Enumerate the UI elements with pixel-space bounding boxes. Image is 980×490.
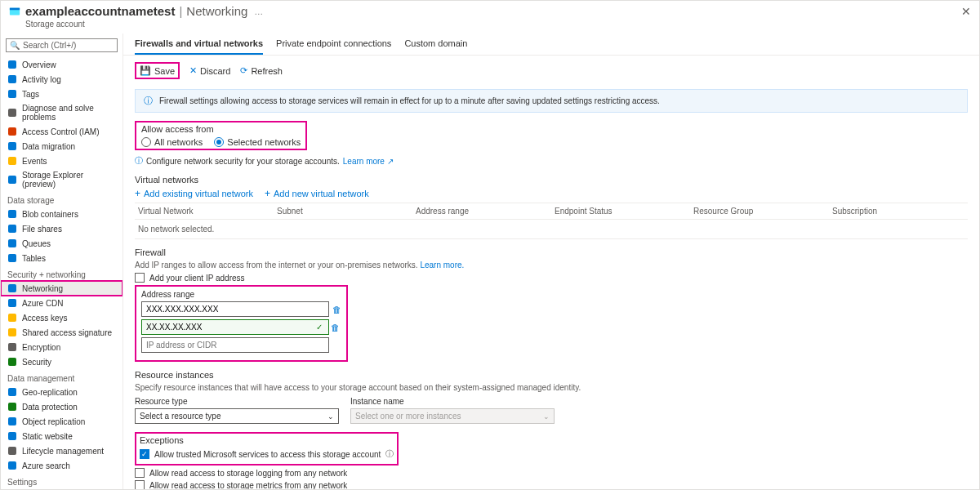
nav-item-icon bbox=[7, 283, 17, 293]
sidebar-item-queues[interactable]: Queues bbox=[1, 236, 122, 251]
add-new-vnet[interactable]: +Add new virtual network bbox=[265, 188, 369, 199]
tab-custom-domain[interactable]: Custom domain bbox=[404, 38, 467, 55]
refresh-button[interactable]: ⟳ Refresh bbox=[240, 65, 283, 76]
svg-rect-1 bbox=[10, 7, 20, 10]
svg-rect-13 bbox=[8, 254, 16, 262]
sidebar-item-storage-explorer-preview-[interactable]: Storage Explorer (preview) bbox=[1, 168, 122, 191]
delete-icon[interactable]: 🗑 bbox=[331, 323, 340, 332]
resource-instances-heading: Resource instances bbox=[135, 370, 968, 380]
radio-selected-networks[interactable]: Selected networks bbox=[214, 137, 301, 147]
sidebar-item-access-keys[interactable]: Access keys bbox=[1, 310, 122, 325]
nav-item-icon bbox=[7, 60, 17, 69]
refresh-icon: ⟳ bbox=[240, 65, 247, 76]
sidebar-item-label: Tags bbox=[22, 90, 39, 99]
sidebar-item-data-protection[interactable]: Data protection bbox=[1, 399, 122, 414]
sidebar-item-diagnose-and-solve-problems[interactable]: Diagnose and solve problems bbox=[1, 101, 122, 124]
nav-item-icon bbox=[7, 431, 17, 441]
sidebar-item-data-migration[interactable]: Data migration bbox=[1, 139, 122, 154]
checkbox-trusted-services[interactable] bbox=[140, 449, 149, 459]
search-placeholder: Search (Ctrl+/) bbox=[23, 41, 76, 50]
ip-input-placeholder[interactable] bbox=[141, 337, 329, 353]
resource-type-label: Resource type bbox=[135, 397, 339, 406]
save-button[interactable]: 💾 Save bbox=[140, 65, 175, 76]
sidebar-item-azure-search[interactable]: Azure search bbox=[1, 458, 122, 473]
sidebar-item-label: Shared access signature bbox=[22, 328, 112, 337]
sidebar-item-azure-cdn[interactable]: Azure CDN bbox=[1, 296, 122, 310]
firewall-learn-more[interactable]: Learn more. bbox=[420, 261, 464, 270]
svg-rect-25 bbox=[8, 461, 16, 470]
sidebar-item-events[interactable]: Events bbox=[1, 154, 122, 168]
sidebar-item-geo-replication[interactable]: Geo-replication bbox=[1, 385, 122, 399]
nav-item-icon bbox=[7, 327, 17, 337]
radio-icon bbox=[141, 137, 151, 147]
sidebar-item-label: Blob containers bbox=[22, 210, 78, 219]
sidebar-search[interactable]: 🔍 Search (Ctrl+/) bbox=[6, 38, 118, 52]
sidebar-item-networking[interactable]: Networking bbox=[1, 281, 122, 296]
svg-rect-17 bbox=[8, 328, 16, 336]
sidebar-item-security[interactable]: Security bbox=[1, 354, 122, 369]
tab-firewalls-and-virtual-networks[interactable]: Firewalls and virtual networks bbox=[135, 38, 263, 55]
nav-item-icon bbox=[7, 156, 17, 166]
close-icon[interactable]: ✕ bbox=[961, 5, 971, 18]
nav-item-icon bbox=[7, 224, 17, 234]
account-name: exampleaccountnametest bbox=[25, 4, 175, 18]
discard-button[interactable]: ✕ Discard bbox=[189, 65, 230, 76]
exception-opt2-label: Allow read access to storage logging fro… bbox=[149, 469, 347, 478]
sidebar-item-access-control-iam-[interactable]: Access Control (IAM) bbox=[1, 124, 122, 139]
radio-all-networks[interactable]: All networks bbox=[141, 137, 203, 147]
vnet-heading: Virtual networks bbox=[135, 175, 968, 185]
nav-item-icon bbox=[7, 74, 17, 84]
nav-item-icon bbox=[7, 175, 17, 185]
sidebar-item-label: Diagnose and solve problems bbox=[22, 104, 116, 122]
ip-input-2[interactable] bbox=[141, 319, 329, 335]
chevron-down-icon: ⌄ bbox=[543, 412, 550, 421]
discard-icon: ✕ bbox=[189, 65, 197, 76]
sidebar-item-activity-log[interactable]: Activity log bbox=[1, 72, 122, 87]
vnet-column-header: Address range bbox=[412, 207, 551, 216]
nav-item-icon bbox=[7, 446, 17, 456]
svg-rect-12 bbox=[8, 239, 16, 247]
nav-item-icon bbox=[7, 89, 17, 99]
learn-more-link[interactable]: Learn more ↗ bbox=[343, 157, 394, 166]
delete-icon[interactable]: 🗑 bbox=[332, 305, 341, 314]
sidebar-item-label: Encryption bbox=[22, 343, 60, 352]
instance-name-select: Select one or more instances ⌄ bbox=[350, 408, 555, 424]
svg-rect-20 bbox=[8, 388, 16, 396]
sidebar-item-lifecycle-management[interactable]: Lifecycle management bbox=[1, 443, 122, 458]
svg-rect-8 bbox=[8, 157, 16, 165]
sidebar-item-label: Networking bbox=[22, 284, 63, 293]
sidebar-item-tags[interactable]: Tags bbox=[1, 87, 122, 101]
info-banner-text: Firewall settings allowing access to sto… bbox=[159, 96, 660, 105]
sidebar-item-file-shares[interactable]: File shares bbox=[1, 221, 122, 236]
info-icon[interactable]: ⓘ bbox=[385, 448, 394, 460]
sidebar-item-configuration[interactable]: Configuration bbox=[1, 488, 122, 489]
sidebar-item-blob-containers[interactable]: Blob containers bbox=[1, 207, 122, 221]
checkbox-add-client-ip[interactable] bbox=[135, 273, 145, 283]
nav-item-icon bbox=[7, 342, 17, 352]
sidebar-item-static-website[interactable]: Static website bbox=[1, 429, 122, 443]
sidebar-item-label: Azure search bbox=[22, 461, 70, 470]
sidebar-item-label: Queues bbox=[22, 239, 51, 248]
nav-item-icon bbox=[7, 108, 17, 118]
resource-type-select[interactable]: Select a resource type ⌄ bbox=[135, 408, 339, 424]
vnet-column-header: Subnet bbox=[274, 207, 412, 216]
ip-input-1[interactable] bbox=[141, 301, 329, 317]
sidebar-item-encryption[interactable]: Encryption bbox=[1, 340, 122, 354]
svg-rect-9 bbox=[8, 176, 16, 184]
checkbox-read-logging[interactable] bbox=[135, 468, 145, 478]
sidebar-item-object-replication[interactable]: Object replication bbox=[1, 414, 122, 429]
vnet-empty-row: No network selected. bbox=[135, 220, 968, 239]
tab-private-endpoint-connections[interactable]: Private endpoint connections bbox=[276, 38, 391, 55]
sidebar-item-shared-access-signature[interactable]: Shared access signature bbox=[1, 325, 122, 340]
nav-item-icon bbox=[7, 461, 17, 470]
add-existing-vnet[interactable]: +Add existing virtual network bbox=[135, 188, 253, 199]
svg-rect-24 bbox=[8, 447, 16, 455]
more-menu[interactable]: … bbox=[254, 7, 263, 16]
sidebar-item-label: Access Control (IAM) bbox=[22, 127, 99, 136]
sidebar-item-overview[interactable]: Overview bbox=[1, 57, 122, 72]
page-title: Networking bbox=[186, 4, 247, 18]
sidebar-item-label: Data protection bbox=[22, 403, 78, 412]
sidebar-item-tables[interactable]: Tables bbox=[1, 251, 122, 265]
nav-item-icon bbox=[7, 416, 17, 426]
checkbox-read-metrics[interactable] bbox=[135, 480, 145, 489]
